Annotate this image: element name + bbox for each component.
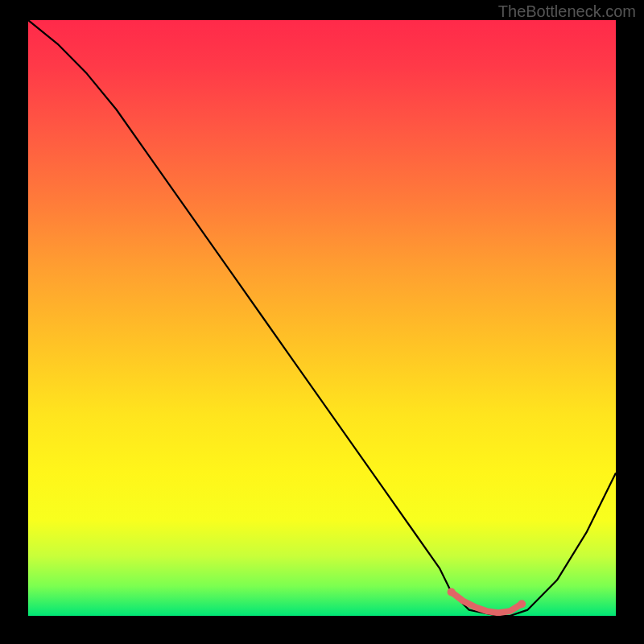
plot-background-gradient (28, 20, 616, 616)
chart-container: TheBottleneck.com (0, 0, 644, 644)
watermark-text: TheBottleneck.com (498, 2, 636, 21)
